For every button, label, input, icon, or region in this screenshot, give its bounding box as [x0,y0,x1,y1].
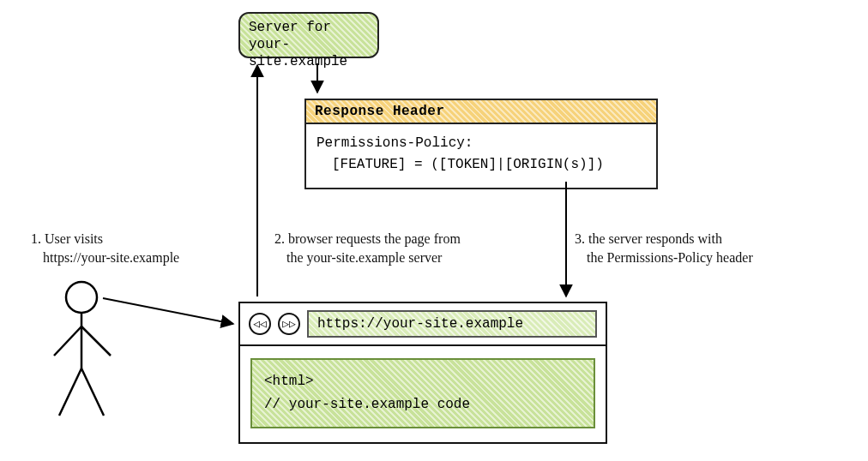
response-header-line1: Permissions-Policy: [316,133,646,154]
server-box: Server for your-site.example [238,12,379,58]
svg-line-2 [54,326,81,356]
browser-toolbar: ◁◁ ▷▷ https://your-site.example [240,303,606,346]
caption-step-1: 1. User visits https://your-site.example [31,230,228,266]
response-header-line2: [FEATURE] = ([TOKEN]|[ORIGIN(s)]) [316,154,646,176]
fast-forward-icon: ▷▷ [282,317,296,331]
server-label-line1: Server for [249,19,369,36]
rewind-icon: ◁◁ [253,317,267,331]
caption-step-3-line2: the Permissions-Policy header [575,248,832,267]
caption-step-2-line2: the your-site.example server [274,248,532,267]
forward-button[interactable]: ▷▷ [278,313,300,335]
back-button[interactable]: ◁◁ [249,313,271,335]
code-line-2: // your-site.example code [264,393,582,416]
response-header-body: Permissions-Policy: [FEATURE] = ([TOKEN]… [306,124,656,188]
user-icon [47,278,133,424]
page-code-block: <html> // your-site.example code [250,358,595,428]
code-line-1: <html> [264,370,582,393]
svg-point-0 [66,282,97,313]
caption-step-3-line1: 3. the server responds with [575,230,832,248]
caption-step-3: 3. the server responds with the Permissi… [575,230,832,266]
address-bar[interactable]: https://your-site.example [307,310,597,338]
svg-line-5 [81,368,104,416]
caption-step-2-line1: 2. browser requests the page from [274,230,532,248]
browser-window: ◁◁ ▷▷ https://your-site.example <html> /… [238,302,607,444]
caption-step-1-line2: https://your-site.example [31,248,228,267]
svg-line-3 [81,326,111,356]
caption-step-1-line1: 1. User visits [31,230,228,248]
browser-viewport: <html> // your-site.example code [240,346,606,442]
response-header-title: Response Header [306,100,656,124]
response-header-box: Response Header Permissions-Policy: [FEA… [304,99,658,189]
svg-line-4 [59,368,81,416]
server-label-line2: your-site.example [249,36,369,70]
caption-step-2: 2. browser requests the page from the yo… [274,230,532,266]
